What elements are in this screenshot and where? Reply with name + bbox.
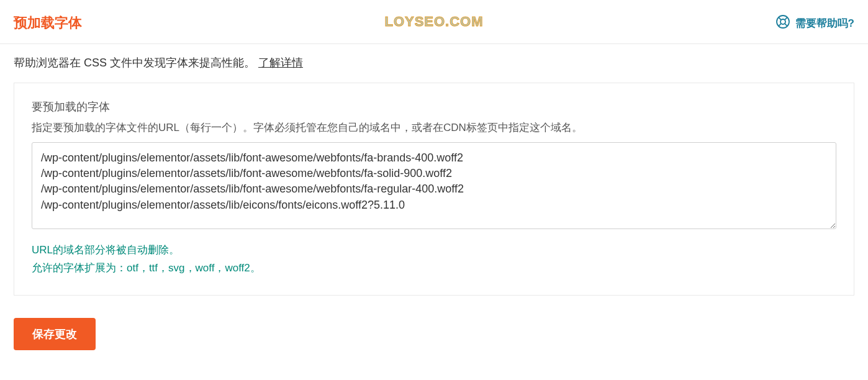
section-title: 预加载字体 xyxy=(14,14,82,32)
save-button[interactable]: 保存更改 xyxy=(14,318,96,350)
help-link-label: 需要帮助吗? xyxy=(795,16,854,30)
form-box: 要预加载的字体 指定要预加载的字体文件的URL（每行一个）。字体必须托管在您自己… xyxy=(14,83,854,296)
hint-allowed-extensions: 允许的字体扩展为：otf，ttf，svg，woff，woff2。 xyxy=(32,260,836,278)
form-label: 要预加载的字体 xyxy=(32,99,836,114)
section-description: 帮助浏览器在 CSS 文件中发现字体来提高性能。 了解详情 xyxy=(0,44,868,83)
help-link[interactable]: 需要帮助吗? xyxy=(775,14,854,32)
learn-more-link[interactable]: 了解详情 xyxy=(258,57,303,69)
form-help-text: 指定要预加载的字体文件的URL（每行一个）。字体必须托管在您自己的域名中，或者在… xyxy=(32,120,836,135)
watermark-text: LOYSEO.COM xyxy=(384,14,483,30)
help-icon xyxy=(775,14,790,32)
hint-domain-removed: URL的域名部分将被自动删除。 xyxy=(32,242,836,260)
description-text: 帮助浏览器在 CSS 文件中发现字体来提高性能。 xyxy=(14,57,258,69)
preload-fonts-textarea[interactable] xyxy=(32,142,836,229)
svg-point-1 xyxy=(780,19,785,24)
